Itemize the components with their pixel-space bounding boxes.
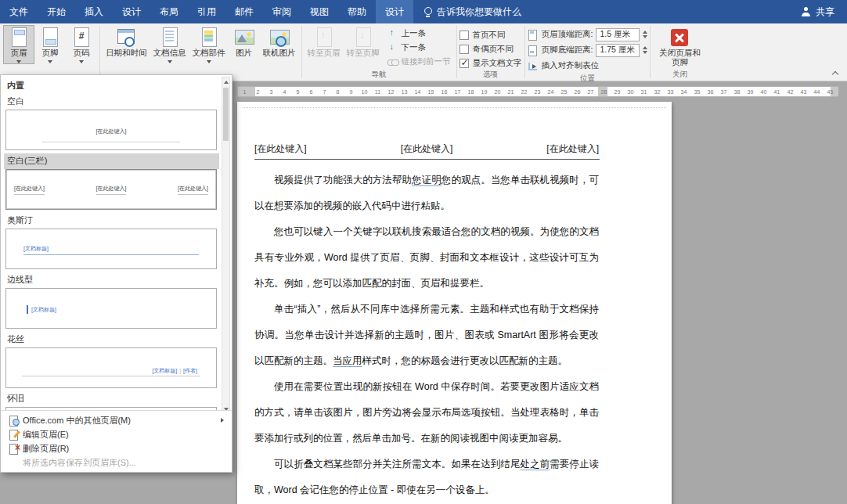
- ribbon-tab[interactable]: 插入: [75, 0, 113, 23]
- ribbon-tab[interactable]: 设计: [376, 0, 413, 23]
- scroll-thumb[interactable]: [223, 88, 229, 141]
- goto-header-button[interactable]: 转至页眉: [305, 25, 344, 59]
- goto-footer-button[interactable]: 转至页脚: [344, 25, 383, 59]
- preview-placeholder: [在此处键入]: [96, 185, 127, 195]
- ruler-number: 43: [797, 87, 810, 96]
- more-headers-menu-item[interactable]: Office.com 中的其他页眉(M): [2, 413, 230, 427]
- scroll-up-icon[interactable]: [222, 77, 229, 87]
- preview-accent-bar: [27, 305, 28, 314]
- gallery-item-sideline[interactable]: 边线型 [文档标题]: [4, 272, 219, 329]
- checkbox-label: 显示文档文字: [473, 58, 522, 69]
- group-label: 选项: [457, 69, 524, 81]
- tell-me-box[interactable]: 告诉我你想要做什么: [413, 0, 531, 23]
- ruler-number: 45: [824, 87, 837, 96]
- ruler-number: 5: [291, 87, 305, 96]
- page-header[interactable]: [在此处键入][在此处键入][在此处键入]: [254, 142, 599, 156]
- ribbon-tab[interactable]: 审阅: [263, 0, 301, 23]
- ribbon-tab[interactable]: 设计: [113, 0, 150, 23]
- header-distance-input[interactable]: 1.5 厘米: [596, 28, 640, 41]
- gallery-item-austin[interactable]: 奥斯汀 [文档标题]: [4, 213, 219, 269]
- header-distance-spinner[interactable]: [643, 31, 647, 38]
- paragraph[interactable]: 您也可以键入一个关键字以联机搜索最适合您的文档的视频。为使您的文档具有专业外观，…: [254, 219, 599, 297]
- gallery-item-blank[interactable]: 空白 [在此处键入]: [4, 94, 219, 150]
- checkbox[interactable]: [460, 31, 469, 40]
- ruler-number: 40: [757, 87, 770, 96]
- gallery-item-blank-three-columns[interactable]: 空白(三栏) [在此处键入] [在此处键入] [在此处键入]: [4, 153, 219, 210]
- gallery-item-preview[interactable]: [文档标题]|[作者]: [5, 347, 217, 388]
- share-button[interactable]: 共享: [788, 0, 847, 23]
- close-header-footer-button[interactable]: 关闭页眉和页脚: [653, 25, 706, 67]
- preview-line: [23, 254, 199, 255]
- document-info-button[interactable]: 文档信息: [150, 25, 189, 64]
- spin-up-icon[interactable]: [643, 31, 647, 34]
- online-pictures-button[interactable]: 联机图片: [260, 25, 299, 59]
- header-placeholder[interactable]: [在此处键入]: [254, 142, 307, 156]
- quick-parts-button[interactable]: 文档部件: [189, 25, 229, 64]
- page-number-button[interactable]: 页码: [66, 25, 97, 64]
- ribbon-tab[interactable]: 开始: [38, 0, 75, 23]
- ribbon-tab-label: 文件: [9, 5, 28, 19]
- ribbon-tab[interactable]: 布局: [150, 0, 188, 23]
- gallery-item-preview[interactable]: [文档标题]: [5, 229, 217, 269]
- ribbon-tab[interactable]: 文件: [0, 0, 38, 23]
- gallery-item-name: 奥斯汀: [4, 213, 219, 229]
- header-placeholder[interactable]: [在此处键入]: [401, 142, 453, 156]
- ribbon-tab[interactable]: 帮助: [338, 0, 376, 23]
- horizontal-ruler[interactable]: 1234567891011121314151617181920212223242…: [237, 86, 838, 97]
- paragraph[interactable]: 视频提供了功能强大的方法帮助您证明您的观点。当您单击联机视频时，可以在想要添加的…: [254, 167, 599, 219]
- date-time-icon: [116, 27, 136, 47]
- ribbon-tab[interactable]: 引用: [188, 0, 225, 23]
- paragraph[interactable]: 单击“插入”，然后从不同库中选择所需元素。主题和样式也有助于文档保持协调。当您单…: [254, 297, 599, 374]
- document-page[interactable]: [在此处键入][在此处键入][在此处键入] 视频提供了功能强大的方法帮助您证明您…: [237, 102, 672, 504]
- spin-down-icon[interactable]: [643, 51, 647, 54]
- ruler-number: 39: [744, 87, 757, 96]
- footer-distance-input[interactable]: 1.75 厘米: [596, 44, 640, 57]
- option-checkbox-row[interactable]: 首页不同: [460, 30, 522, 41]
- ribbon-tab-label: 视图: [310, 5, 329, 19]
- online-picture-icon: [269, 27, 290, 47]
- checkbox[interactable]: [460, 45, 469, 54]
- next-button[interactable]: 下一条: [384, 41, 454, 54]
- header-button[interactable]: 页眉: [3, 25, 34, 64]
- gallery-item-name: 怀旧: [4, 391, 219, 407]
- insert-alignment-tab-button[interactable]: 插入对齐制表位: [528, 59, 648, 73]
- ruler-number: 24: [544, 87, 557, 96]
- paragraph[interactable]: 可以折叠文档某些部分并关注所需文本。如果在达到结尾处之前需要停止读取，Word …: [254, 452, 599, 503]
- gallery-item-preview[interactable]: [在此处键入] [在此处键入] [在此处键入]: [5, 169, 217, 210]
- previous-button[interactable]: 上一条: [384, 27, 454, 40]
- option-checkbox-row[interactable]: 显示文档文字: [460, 58, 522, 69]
- proofing-marked-text: 您证明: [412, 175, 442, 185]
- paragraph[interactable]: 使用在需要位置出现的新按钮在 Word 中保存时间。若要更改图片适应文档的方式，…: [254, 374, 599, 452]
- scroll-down-icon[interactable]: [222, 405, 229, 410]
- option-checkbox-row[interactable]: 奇偶页不同: [460, 44, 522, 55]
- ribbon-tab[interactable]: 邮件: [225, 0, 263, 23]
- preview-placeholder: [在此处键入]: [14, 185, 45, 195]
- gallery-item-preview[interactable]: [文档标题] [日期]: [5, 407, 217, 410]
- collapse-ribbon-icon[interactable]: [832, 70, 839, 77]
- gallery-item-filigree[interactable]: 花丝 [文档标题]|[作者]: [4, 332, 219, 388]
- edit-header-menu-item[interactable]: 编辑页眉(E): [2, 427, 230, 441]
- ruler-number: 34: [677, 87, 690, 96]
- footer-button[interactable]: 页脚: [34, 25, 66, 64]
- gallery-item-retrospect[interactable]: 怀旧 [文档标题] [日期]: [4, 391, 219, 410]
- remove-header-menu-item[interactable]: 删除页眉(R): [2, 441, 230, 455]
- ribbon-tab[interactable]: 视图: [301, 0, 338, 23]
- spin-down-icon[interactable]: [643, 35, 647, 38]
- gallery-scrollbar[interactable]: [222, 77, 230, 410]
- preview-placeholder: [在此处键入]: [178, 185, 208, 195]
- ribbon-group-header-footer: 页眉 页脚 页码: [1, 23, 99, 81]
- preview-placeholder: [文档标题]: [152, 368, 177, 373]
- date-time-button[interactable]: 日期和时间: [103, 25, 150, 59]
- gallery-item-preview[interactable]: [在此处键入]: [5, 110, 217, 150]
- gallery-item-preview[interactable]: [文档标题]: [5, 288, 217, 329]
- link-to-previous-button[interactable]: 链接到前一节: [384, 55, 454, 68]
- submenu-arrow-icon: [221, 418, 224, 423]
- checkbox[interactable]: [460, 59, 469, 68]
- pictures-button[interactable]: 图片: [229, 25, 260, 59]
- spin-up-icon[interactable]: [643, 46, 647, 49]
- header-placeholder[interactable]: [在此处键入]: [546, 142, 599, 156]
- ruler-number: 41: [770, 87, 784, 96]
- ribbon-tab-label: 审阅: [272, 5, 291, 19]
- ruler-number: 21: [504, 87, 517, 96]
- footer-distance-spinner[interactable]: [643, 46, 647, 54]
